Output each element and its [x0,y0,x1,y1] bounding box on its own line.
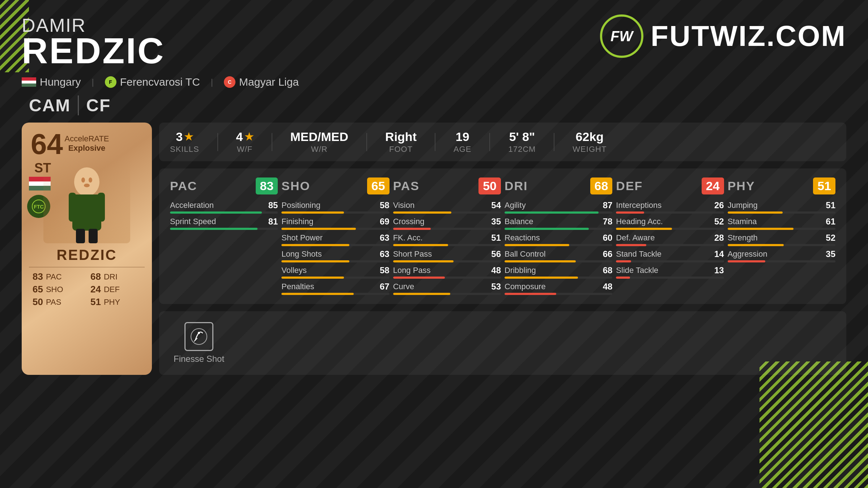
stat-bar-fill-slide-tackle [616,277,630,279]
stat-cat-header-sho: SHO65 [281,177,389,194]
stat-bar-fk.-acc. [393,244,501,246]
stat-val-shot-power: 63 [380,233,390,243]
stat-bar-fill-agility [505,211,599,214]
stat-name-long-shots: Long Shots [281,249,322,259]
stat-val-reactions: 60 [603,233,613,243]
stat-row-ball-control: Ball Control66 [505,249,612,262]
stat-row-sprint-speed: Sprint Speed81 [170,217,278,230]
svg-point-8 [74,167,99,196]
stat-row-stamina: Stamina61 [728,217,835,230]
stat-bar-stamina [728,228,835,230]
stat-bar-ball-control [505,260,612,262]
stat-bar-fill-short-pass [393,260,454,262]
stat-name-finishing: Finishing [281,217,313,226]
trait-finesse-label: Finesse Shot [174,354,224,364]
stat-name-curve: Curve [393,282,414,291]
wr-label: W/R [311,145,328,154]
stat-cat-header-def: DEF24 [616,177,724,194]
stat-bar-curve [393,293,501,295]
stat-bar-heading-acc. [616,228,724,230]
stat-bar-fill-strength [728,244,784,246]
stat-row-agility: Agility87 [505,200,612,214]
stat-val-aggression: 35 [826,249,835,259]
foot-value: Right [385,130,417,144]
stat-bar-crossing [393,228,501,230]
stat-val-interceptions: 26 [714,200,724,210]
stat-cat-header-phy: PHY51 [728,177,835,194]
stat-bar-interceptions [616,211,724,214]
stat-row-heading-acc.: Heading Acc.52 [616,217,724,230]
stat-val-vision: 54 [491,200,501,210]
stat-bar-vision [393,211,501,214]
stat-bar-balance [505,228,612,230]
stat-bar-fill-ball-control [505,260,576,262]
stat-val-stand-tackle: 14 [714,249,724,259]
stat-cat-header-dri: DRI68 [505,177,612,194]
club-label: Ferencvarosi TC [120,76,200,88]
stat-val-volleys: 58 [380,265,390,275]
stat-bar-positioning [281,211,389,214]
trait-finesse-shot: Finesse Shot [174,322,224,364]
card-player-image [43,157,130,243]
stat-name-volleys: Volleys [281,266,307,275]
stat-name-fk.-acc.: FK. Acc. [393,233,423,243]
svg-rect-2 [22,84,36,87]
stat-bar-fill-positioning [281,211,344,214]
svg-rect-10 [69,193,76,222]
stat-val-agility: 87 [603,200,613,210]
stat-category-phy: PHY51Jumping51Stamina61Strength52Aggress… [728,177,835,295]
weight-value: 62kg [576,130,604,144]
stat-cat-name-phy: PHY [728,179,755,193]
stat-bar-short-pass [393,260,501,262]
header: DAMIR REDZIC FW FUTWIZ.COM [22,14,846,69]
stat-bar-fill-shot-power [281,244,349,246]
stat-val-acceleration: 85 [268,200,278,210]
stat-bar-fill-composure [505,293,556,295]
svg-text:FTC: FTC [34,204,43,210]
stat-val-fk.-acc.: 51 [491,233,501,243]
stat-name-aggression: Aggression [728,249,767,259]
stat-bar-fill-stand-tackle [616,260,631,262]
stat-name-jumping: Jumping [728,201,758,210]
stat-row-penalties: Penalties67 [281,282,389,295]
stat-name-acceleration: Acceleration [170,201,214,210]
stat-row-long-shots: Long Shots63 [281,249,389,262]
stat-row-curve: Curve53 [393,282,501,295]
stat-cat-header-pac: PAC83 [170,177,278,194]
svg-point-17 [191,329,207,344]
height-label: 172CM [508,145,536,154]
stat-category-dri: DRI68Agility87Balance78Reactions60Ball C… [505,177,612,295]
stat-val-dribbling: 68 [603,265,613,275]
stat-bar-fill-heading-acc. [616,228,672,230]
stat-val-crossing: 35 [491,217,501,227]
stat-bar-fill-long-pass [393,277,445,279]
league-label: Magyar Liga [239,76,299,88]
stat-bar-fill-interceptions [616,211,644,214]
stat-name-positioning: Positioning [281,201,320,210]
stat-bar-aggression [728,260,835,262]
age-label: AGE [454,145,471,154]
svg-point-16 [84,184,90,187]
stat-bar-fill-fk.-acc. [393,244,448,246]
stat-cat-value-pas: 50 [478,177,501,194]
positions-row: CAM CF [22,95,846,115]
stat-bar-fill-balance [505,228,589,230]
skills-value: 3 ★ [176,130,193,144]
stat-bar-shot-power [281,244,389,246]
stat-bar-fill-aggression [728,260,765,262]
stat-row-balance: Balance78 [505,217,612,230]
stat-name-strength: Strength [728,233,758,243]
player-details-bar: 3 ★ SKILLS 4 ★ W/F MED/MED W/R [159,123,846,161]
stat-cat-value-def: 24 [702,177,724,194]
skills-label: SKILLS [170,145,199,154]
main-stats-grid: PAC83Acceleration85Sprint Speed81SHO65Po… [159,168,846,304]
stat-bar-long-shots [281,260,389,262]
stat-bar-fill-volleys [281,277,344,279]
detail-wr: MED/MED W/R [290,130,349,154]
stat-bar-fill-long-shots [281,260,349,262]
stat-val-positioning: 58 [380,200,390,210]
stat-val-def.-aware: 28 [714,233,724,243]
detail-foot: Right FOOT [385,130,417,154]
stat-name-composure: Composure [505,282,546,291]
stat-name-crossing: Crossing [393,217,425,226]
